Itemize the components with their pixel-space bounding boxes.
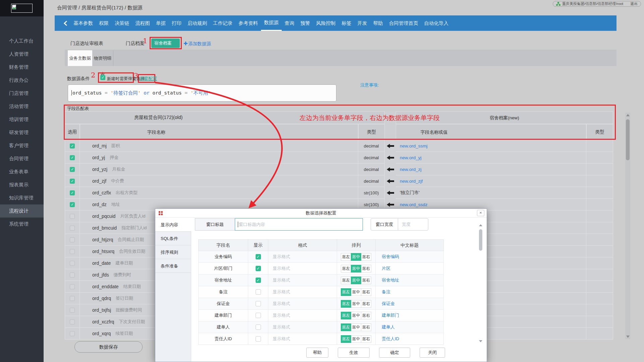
checkbox-checked-icon[interactable]: ✓ — [70, 155, 75, 160]
sidebar-item-知识库管理[interactable]: 知识库管理 — [0, 191, 44, 204]
checkbox-checked-icon[interactable]: ✓ — [256, 278, 261, 283]
sidebar-item-业务表单[interactable]: 业务表单 — [0, 165, 44, 178]
sidebar-item-人资管理[interactable]: 人资管理 — [0, 48, 44, 61]
scroll-down-arrow-icon[interactable] — [626, 336, 630, 338]
align-button-居左[interactable]: 居左 — [341, 335, 351, 343]
checkbox-unchecked-icon[interactable] — [70, 261, 75, 266]
nav-tab-决策链[interactable]: 决策链 — [112, 15, 132, 31]
window-width-input[interactable]: 宽度 — [398, 219, 428, 230]
checkbox-unchecked-icon[interactable] — [70, 237, 75, 242]
sidebar-item-流程设计[interactable]: 流程设计 — [0, 204, 44, 218]
dialog-scrollbar[interactable] — [478, 224, 483, 342]
nav-tab-工作记录[interactable]: 工作记录 — [210, 15, 235, 31]
dialog-cn-title-link[interactable]: 建单人 — [376, 321, 443, 333]
align-button-居左[interactable]: 居左 — [341, 265, 351, 273]
dialog-button-确定[interactable]: 确定 — [379, 348, 410, 358]
close-icon[interactable]: × — [477, 210, 484, 216]
tab-material-detail[interactable]: 物资明细表 — [92, 50, 113, 66]
sidebar-item-合同管理[interactable]: 合同管理 — [0, 152, 44, 165]
checkbox-unchecked-icon[interactable] — [256, 324, 261, 330]
scroll-down-arrow-icon[interactable] — [479, 340, 482, 342]
align-button-居中[interactable]: 居中 — [351, 300, 361, 308]
dialog-tab-SQL条件[interactable]: SQL条件 — [155, 232, 191, 245]
checkbox-unchecked-icon[interactable] — [70, 273, 75, 278]
dialog-cn-title-link[interactable]: 宿舍编码 — [376, 251, 443, 262]
align-button-居右[interactable]: 居右 — [361, 265, 371, 273]
align-button-居中[interactable]: 居中 — [351, 253, 361, 261]
nav-tab-标签[interactable]: 标签 — [339, 15, 355, 31]
nav-tab-预警[interactable]: 预警 — [298, 15, 313, 31]
nav-tab-参考资料[interactable]: 参考资料 — [235, 15, 261, 31]
nav-tab-单据[interactable]: 单据 — [153, 15, 169, 31]
logout-button[interactable]: 退出 — [630, 1, 638, 6]
nav-tab-合同管理首页[interactable]: 合同管理首页 — [386, 15, 421, 31]
dialog-titlebar[interactable]: 数据选择器配置 × — [155, 209, 487, 218]
align-button-居中[interactable]: 居中 — [351, 335, 361, 343]
align-button-居左[interactable]: 居左 — [341, 288, 351, 296]
dialog-button-帮助[interactable]: 帮助 — [306, 348, 328, 358]
align-button-居中[interactable]: 居中 — [351, 265, 361, 273]
align-button-居左[interactable]: 居左 — [341, 312, 351, 319]
nav-tab-数据源[interactable]: 数据源 — [261, 15, 282, 31]
mapped-value[interactable]: new.ord_ssdz — [400, 202, 428, 207]
checkbox-checked-icon[interactable]: ✓ — [70, 143, 75, 148]
nav-tab-开发[interactable]: 开发 — [355, 15, 370, 31]
dialog-format-cell[interactable]: 显示格式 — [268, 321, 337, 333]
dialog-format-cell[interactable]: 显示格式 — [268, 263, 337, 274]
dialog-format-cell[interactable]: 显示格式 — [268, 286, 337, 298]
checkbox-unchecked-icon[interactable] — [70, 249, 75, 254]
mapped-value[interactable]: new.ord_zjf — [400, 179, 423, 184]
align-button-居右[interactable]: 居右 — [361, 300, 371, 308]
window-title-input[interactable]: 窗口标题内容 — [235, 218, 363, 231]
nav-tab-启动规则[interactable]: 启动规则 — [184, 15, 210, 31]
align-button-居左[interactable]: 居左 — [341, 300, 351, 308]
checkbox-checked-icon[interactable]: ✓ — [70, 179, 75, 184]
save-data-button[interactable]: 数据保存 — [74, 341, 143, 353]
checkbox-unchecked-icon[interactable] — [70, 308, 75, 313]
align-button-居中[interactable]: 居中 — [351, 312, 361, 319]
dialog-tab-条件准备[interactable]: 条件准备 — [155, 259, 191, 273]
checkbox-checked-icon[interactable]: ✓ — [256, 254, 261, 259]
nav-tab-查询[interactable]: 查询 — [282, 15, 298, 31]
nav-tab-风险控制[interactable]: 风险控制 — [313, 15, 339, 31]
add-datasource-link[interactable]: ✚添加数据源 — [183, 41, 211, 47]
align-button-居左[interactable]: 居左 — [341, 253, 351, 261]
dialog-tab-排序规则[interactable]: 排序规则 — [155, 245, 191, 259]
tab-business-master-data[interactable]: 业务主数据 — [68, 50, 92, 66]
nav-tab-权限[interactable]: 权限 — [96, 15, 112, 31]
dialog-format-cell[interactable]: 显示格式 — [268, 298, 337, 309]
sidebar-item-行政办公[interactable]: 行政办公 — [0, 74, 44, 87]
sidebar-item-研发管理[interactable]: 研发管理 — [0, 126, 44, 139]
align-button-居右[interactable]: 居右 — [361, 253, 371, 261]
sidebar-item-客户管理[interactable]: 客户管理 — [0, 139, 44, 152]
checkbox-unchecked-icon[interactable] — [70, 331, 75, 336]
align-button-居中[interactable]: 居中 — [351, 288, 361, 296]
popup-select-checkbox[interactable]: ✓ — [100, 75, 105, 80]
datasource-tab-mendang[interactable]: 门店档案 — [126, 41, 145, 47]
checkbox-unchecked-icon[interactable] — [70, 296, 75, 301]
dialog-format-cell[interactable]: 显示格式 — [268, 333, 337, 345]
align-button-居左[interactable]: 居左 — [341, 277, 351, 284]
align-button-居右[interactable]: 居右 — [361, 335, 371, 343]
dialog-tab-显示内容[interactable]: 显示内容 — [155, 218, 191, 232]
table-vertical-scrollbar[interactable] — [625, 113, 630, 339]
nav-back-button[interactable] — [61, 15, 70, 31]
sidebar-item-财务管理[interactable]: 财务管理 — [0, 61, 44, 74]
dialog-scrollbar-thumb[interactable] — [479, 229, 482, 251]
dialog-cn-title-link[interactable]: 宿舍地址 — [376, 275, 443, 286]
sidebar-item-系统管理[interactable]: 系统管理 — [0, 218, 44, 231]
popup-config-link[interactable]: 弹窗配置 — [140, 76, 157, 82]
mapped-value[interactable]: new.ord_ssmj — [400, 143, 428, 148]
align-button-居中[interactable]: 居中 — [351, 277, 361, 284]
dialog-cn-title-link[interactable]: 责任人ID — [376, 333, 443, 345]
checkbox-checked-icon[interactable]: ✓ — [70, 202, 75, 207]
nav-tab-自动化导入[interactable]: 自动化导入 — [421, 15, 452, 31]
mapped-value[interactable]: new.ord_zj — [400, 167, 422, 172]
checkbox-unchecked-icon[interactable] — [256, 313, 261, 318]
dialog-cn-title-link[interactable]: 备注 — [376, 286, 443, 298]
checkbox-unchecked-icon[interactable] — [256, 289, 261, 295]
dialog-button-生效[interactable]: 生效 — [338, 348, 370, 358]
sidebar-item-培训管理[interactable]: 培训管理 — [0, 113, 44, 126]
align-button-居右[interactable]: 居右 — [361, 323, 371, 331]
scroll-up-arrow-icon[interactable] — [479, 224, 482, 226]
